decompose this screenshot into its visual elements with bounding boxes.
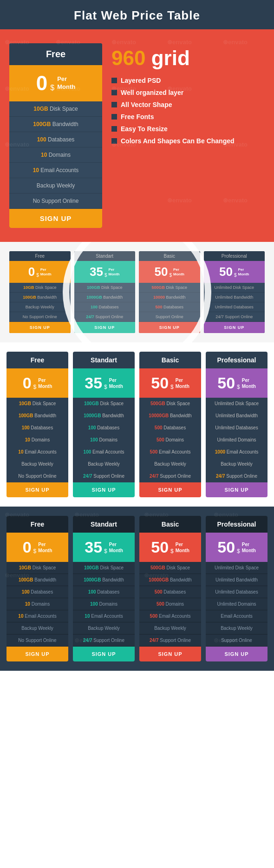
hero-feature-2: Well organized layer	[111, 89, 265, 96]
mini-card-free: Free 0 $ PerMonth 10GB Disk Space 100GB …	[9, 251, 71, 333]
full-price-professional-1: 50 $ PerMonth	[206, 368, 267, 398]
feature-databases: 100 Databases	[9, 132, 102, 147]
hero-feature-3: All Vector Shape	[111, 101, 265, 108]
full-card-professional-2: Professional 50 $ PerMonth Unlimited Dis…	[206, 516, 267, 661]
full-price-standart-2: 35 $ PerMonth	[73, 533, 135, 562]
full-price-standart-1: 35 $ PerMonth	[73, 368, 135, 398]
mini-features-basic: 500GB Disk Space 10000 Bandwidth 500 Dat…	[139, 283, 200, 322]
full-card-professional-1: Professional 50 $ PerMonth Unlimited Dis…	[206, 352, 267, 497]
full-title-professional-2: Professional	[206, 516, 267, 533]
full-card-basic-1: Basic 50 $ PerMonth 500GB Disk Space 100…	[139, 352, 201, 497]
full-features-standart-1: 100GB Disk Space 1000GB Bandwidth 100 Da…	[73, 398, 135, 482]
mini-price-professional: 50 $ PerMonth	[204, 261, 265, 283]
hero-features-list: Layered PSD Well organized layer All Vec…	[111, 77, 265, 145]
bullet-icon-3	[111, 102, 117, 107]
mini-features-standart: 100GB Disk Space 1000GB Bandwidth 100 Da…	[74, 283, 136, 322]
full-title-professional-1: Professional	[206, 352, 267, 368]
mini-title-basic: Basic	[139, 251, 200, 261]
mini-features-free: 10GB Disk Space 100GB Bandwidth Backup W…	[9, 283, 71, 322]
bullet-icon-5	[111, 126, 117, 132]
full-features-standart-2: 100GB Disk Space 1000GB Bandwidth 100 Da…	[73, 562, 135, 647]
hero-card-title: Free	[9, 43, 102, 65]
hero-tagline: 960 grid	[111, 48, 265, 68]
hero-card-features: 10GB Disk Space 100GB Bandwidth 100 Data…	[9, 101, 102, 209]
full-card-standart-1: Standart 35 $ PerMonth 100GB Disk Space …	[73, 352, 135, 497]
hero-feature-4: Free Fonts	[111, 113, 265, 120]
full-title-free-2: Free	[7, 516, 68, 533]
bullet-icon-2	[111, 90, 117, 95]
watermark-13: ⊛envato	[167, 197, 192, 204]
full-cta-standart-1[interactable]: SIGN UP	[73, 482, 135, 497]
full-cta-basic-1[interactable]: SIGN UP	[139, 482, 201, 497]
full-cta-free-1[interactable]: SIGN UP	[7, 482, 68, 497]
mini-title-professional: Professional	[204, 251, 265, 261]
pricing-section-light: Free 0 $ PerMonth 10GB Disk Space 100GB …	[0, 342, 274, 507]
full-features-professional-2: Unlimited Disk Space Unlimited Bandwidth…	[206, 562, 267, 647]
full-card-free-2: Free 0 $ PerMonth 10GB Disk Space 100GB …	[7, 516, 68, 661]
feature-support: No Support Online	[9, 194, 102, 209]
hero-section: ⊛envato ⊛envato ⊛envato ⊛envato ⊛envato …	[0, 29, 274, 242]
hero-feature-5: Easy To Resize	[111, 125, 265, 133]
feature-backup: Backup Weekly	[9, 178, 102, 194]
full-cta-professional-2[interactable]: SIGN UP	[206, 647, 267, 661]
hero-price-number: 0	[36, 72, 47, 95]
mini-card-standart: Standart 35 $ PerMonth 100GB Disk Space …	[74, 251, 136, 333]
feature-email: 10 Email Accounts	[9, 163, 102, 178]
mini-features-professional: Unlimited Disk Space Unlimited Bandwidth…	[204, 283, 265, 322]
full-price-basic-2: 50 $ PerMonth	[139, 533, 201, 562]
full-features-basic-2: 500GB Disk Space 10000GB Bandwidth 500 D…	[139, 562, 201, 647]
full-cta-free-2[interactable]: SIGN UP	[7, 647, 68, 661]
full-cta-basic-2[interactable]: SIGN UP	[139, 647, 201, 661]
mini-cta-professional[interactable]: SIGN UP	[204, 322, 265, 333]
full-title-standart-1: Standart	[73, 352, 135, 368]
hero-signup-button[interactable]: SIGN UP	[9, 209, 102, 228]
hero-price-currency: $	[50, 84, 54, 92]
mini-pricing-grid: Free 0 $ PerMonth 10GB Disk Space 100GB …	[9, 251, 265, 333]
full-features-professional-1: Unlimited Disk Space Unlimited Bandwidth…	[206, 398, 267, 482]
feature-bandwidth: 100GB Bandwidth	[9, 117, 102, 132]
mini-price-free: 0 $ PerMonth	[9, 261, 71, 283]
full-title-standart-2: Standart	[73, 516, 135, 533]
feature-disk: 10GB Disk Space	[9, 101, 102, 117]
full-price-free-2: 0 $ PerMonth	[7, 533, 68, 562]
page-header: Flat Web Price Table	[0, 0, 274, 29]
mini-cta-basic[interactable]: SIGN UP	[139, 322, 200, 333]
mini-cta-standart[interactable]: SIGN UP	[74, 322, 136, 333]
full-title-free-1: Free	[7, 352, 68, 368]
hero-right-content: 960 grid Layered PSD Well organized laye…	[111, 43, 265, 149]
full-title-basic-1: Basic	[139, 352, 201, 368]
mini-price-basic: 50 $ PerMonth	[139, 261, 200, 283]
hero-price-period: Per Month	[57, 75, 75, 91]
mini-price-standart: 35 $ PerMonth	[74, 261, 136, 283]
watermark-14: ⊛envato	[223, 197, 248, 204]
full-card-standart-2: Standart 35 $ PerMonth 100GB Disk Space …	[73, 516, 135, 661]
full-card-basic-2: Basic 50 $ PerMonth 500GB Disk Space 100…	[139, 516, 201, 661]
full-features-free-2: 10GB Disk Space 100GB Bandwidth 100 Data…	[7, 562, 68, 647]
full-cta-standart-2[interactable]: SIGN UP	[73, 647, 135, 661]
mini-card-basic: Basic 50 $ PerMonth 500GB Disk Space 100…	[139, 251, 200, 333]
full-pricing-grid-1: Free 0 $ PerMonth 10GB Disk Space 100GB …	[7, 352, 267, 497]
full-price-professional-2: 50 $ PerMonth	[206, 533, 267, 562]
hero-free-card: Free 0 $ Per Month 10GB Disk Space 100GB…	[9, 43, 102, 228]
mini-title-standart: Standart	[74, 251, 136, 261]
hero-tagline-number: 960	[111, 47, 145, 69]
mini-cta-free[interactable]: SIGN UP	[9, 322, 71, 333]
full-price-basic-1: 50 $ PerMonth	[139, 368, 201, 398]
page-title: Flat Web Price Table	[74, 8, 200, 22]
hero-feature-6: Colors And Shapes Can Be Changed	[111, 137, 265, 145]
full-price-free-1: 0 $ PerMonth	[7, 368, 68, 398]
full-features-basic-1: 500GB Disk Space 10000GB Bandwidth 500 D…	[139, 398, 201, 482]
mini-card-professional: Professional 50 $ PerMonth Unlimited Dis…	[204, 251, 265, 333]
pricing-section-dark: ⊛envato ⊛envato ⊛envato ⊛envato ⊛envato …	[0, 507, 274, 671]
full-title-basic-2: Basic	[139, 516, 201, 533]
feature-domains: 10 Domains	[9, 147, 102, 163]
hero-feature-1: Layered PSD	[111, 77, 265, 84]
full-features-free-1: 10GB Disk Space 100GB Bandwidth 100 Data…	[7, 398, 68, 482]
hero-price-box: 0 $ Per Month	[9, 65, 102, 101]
bullet-icon-4	[111, 114, 117, 120]
bullet-icon-6	[111, 138, 117, 144]
full-card-free-1: Free 0 $ PerMonth 10GB Disk Space 100GB …	[7, 352, 68, 497]
zoom-section: Free 0 $ PerMonth 10GB Disk Space 100GB …	[0, 242, 274, 342]
hero-tagline-word: grid	[151, 47, 190, 69]
full-cta-professional-1[interactable]: SIGN UP	[206, 482, 267, 497]
